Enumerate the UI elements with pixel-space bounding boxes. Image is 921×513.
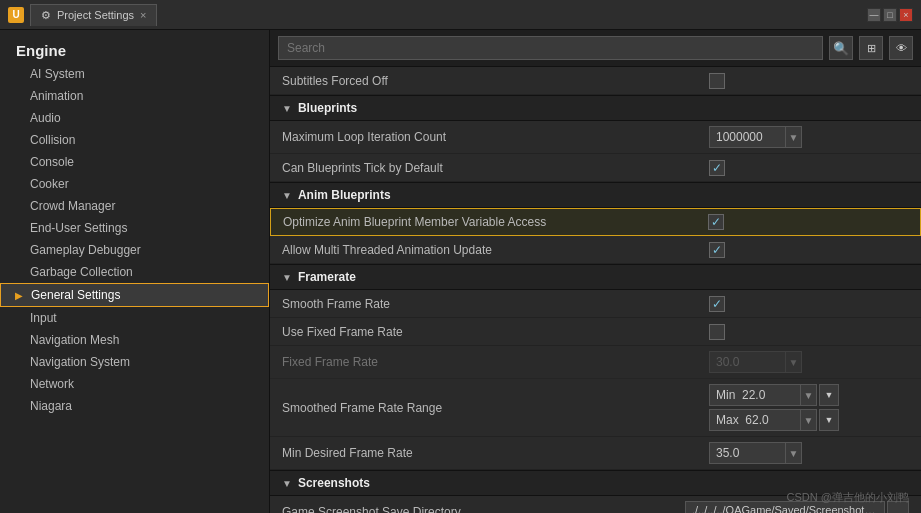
setting-label: Maximum Loop Iteration Count [282,130,709,144]
setting-label: Fixed Frame Rate [282,355,709,369]
sidebar-item-end-user-settings[interactable]: End-User Settings [0,217,269,239]
min-frame-input[interactable] [710,386,800,404]
section-title: Anim Blueprints [298,188,391,202]
setting-label: Allow Multi Threaded Animation Update [282,243,709,257]
checkbox-subtitles[interactable] [709,73,725,89]
setting-smoothed-frame-rate-range: Smoothed Frame Rate Range ▼ ▼ [270,379,921,437]
setting-value [709,296,909,312]
sidebar-item-audio[interactable]: Audio [0,107,269,129]
fixed-frame-input [710,353,785,371]
section-title: Framerate [298,270,356,284]
min-desired-input-wrap: ▼ [709,442,802,464]
maximize-button[interactable]: □ [883,8,897,22]
eye-view-button[interactable]: 👁 [889,36,913,60]
setting-max-loop: Maximum Loop Iteration Count ▼ [270,121,921,154]
search-button[interactable]: 🔍 [829,36,853,60]
input-arrow-icon: ▼ [785,351,801,373]
search-input[interactable] [278,36,823,60]
arrow-active-icon: ▶ [15,290,27,301]
checkbox-optimize-anim[interactable] [708,214,724,230]
sidebar-item-console[interactable]: Console [0,151,269,173]
section-framerate: ▼ Framerate [270,264,921,290]
setting-label: Use Fixed Frame Rate [282,325,709,339]
checkbox-multi-thread[interactable] [709,242,725,258]
watermark: CSDN @弹吉他的小刘鸭 [787,490,909,505]
tab-icon: ⚙ [41,9,51,22]
sidebar-item-animation[interactable]: Animation [0,85,269,107]
sidebar-item-cooker[interactable]: Cooker [0,173,269,195]
sidebar-item-input[interactable]: Input [0,307,269,329]
title-bar: U ⚙ Project Settings × — □ × [0,0,921,30]
window-controls: — □ × [867,8,913,22]
setting-value: ▼ ▼ ▼ ▼ [709,384,909,431]
checkbox-use-fixed[interactable] [709,324,725,340]
sidebar-item-navigation-mesh[interactable]: Navigation Mesh [0,329,269,351]
tab-label: Project Settings [57,9,134,21]
sidebar-item-garbage-collection[interactable]: Garbage Collection [0,261,269,283]
setting-multi-thread-anim: Allow Multi Threaded Animation Update [270,236,921,264]
section-blueprints: ▼ Blueprints [270,95,921,121]
setting-label: Subtitles Forced Off [282,74,709,88]
section-collapse-icon[interactable]: ▼ [282,190,292,201]
setting-value: ▼ [709,126,909,148]
section-title: Blueprints [298,101,357,115]
sidebar-item-collision[interactable]: Collision [0,129,269,151]
max-frame-input-wrap: ▼ [709,409,817,431]
setting-value [709,324,909,340]
setting-label: Min Desired Frame Rate [282,446,709,460]
fixed-frame-input-wrap: ▼ [709,351,802,373]
checkbox-smooth-frame[interactable] [709,296,725,312]
max-frame-wrap: ▼ ▼ [709,409,839,431]
close-button[interactable]: × [899,8,913,22]
setting-label: Optimize Anim Blueprint Member Variable … [283,215,708,229]
min-frame-wrap: ▼ ▼ [709,384,839,406]
app-icon: U [8,7,24,23]
search-bar: 🔍 ⊞ 👁 [270,30,921,67]
input-arrow-icon[interactable]: ▼ [785,442,801,464]
setting-value: ▼ [709,351,909,373]
sidebar: Engine AI System Animation Audio Collisi… [0,30,270,513]
setting-label: Smooth Frame Rate [282,297,709,311]
setting-value [708,214,908,230]
section-anim-blueprints: ▼ Anim Blueprints [270,182,921,208]
checkbox-blueprints-tick[interactable] [709,160,725,176]
input-arrow-icon[interactable]: ▼ [800,384,816,406]
setting-value [709,242,909,258]
min-frame-input-wrap: ▼ [709,384,817,406]
section-collapse-icon[interactable]: ▼ [282,272,292,283]
section-collapse-icon[interactable]: ▼ [282,478,292,489]
sidebar-item-network[interactable]: Network [0,373,269,395]
sidebar-item-ai-system[interactable]: AI System [0,63,269,85]
section-collapse-icon[interactable]: ▼ [282,103,292,114]
max-loop-input-wrap: ▼ [709,126,802,148]
setting-fixed-frame-rate: Fixed Frame Rate ▼ [270,346,921,379]
setting-value [709,73,909,89]
setting-subtitles-forced-off: Subtitles Forced Off [270,67,921,95]
tab-bar: ⚙ Project Settings × [30,4,867,26]
setting-label: Can Blueprints Tick by Default [282,161,709,175]
setting-label: Game Screenshot Save Directory [282,505,685,513]
input-arrow-icon[interactable]: ▼ [785,126,801,148]
min-desired-input[interactable] [710,444,785,462]
setting-use-fixed-frame-rate: Use Fixed Frame Rate [270,318,921,346]
section-title: Screenshots [298,476,370,490]
max-dropdown-button[interactable]: ▼ [819,409,839,431]
minimize-button[interactable]: — [867,8,881,22]
sidebar-item-crowd-manager[interactable]: Crowd Manager [0,195,269,217]
tab-close-button[interactable]: × [140,9,146,21]
grid-view-button[interactable]: ⊞ [859,36,883,60]
project-settings-tab[interactable]: ⚙ Project Settings × [30,4,157,26]
input-arrow-icon[interactable]: ▼ [800,409,816,431]
settings-panel: Subtitles Forced Off ▼ Blueprints Maximu… [270,67,921,513]
sidebar-item-gameplay-debugger[interactable]: Gameplay Debugger [0,239,269,261]
min-dropdown-button[interactable]: ▼ [819,384,839,406]
main-area: Engine AI System Animation Audio Collisi… [0,30,921,513]
setting-optimize-anim: Optimize Anim Blueprint Member Variable … [270,208,921,236]
max-frame-input[interactable] [710,411,800,429]
setting-value [709,160,909,176]
sidebar-item-niagara[interactable]: Niagara [0,395,269,417]
sidebar-item-general-settings[interactable]: ▶General Settings [0,283,269,307]
max-loop-input[interactable] [710,128,785,146]
setting-smooth-frame-rate: Smooth Frame Rate [270,290,921,318]
sidebar-item-navigation-system[interactable]: Navigation System [0,351,269,373]
